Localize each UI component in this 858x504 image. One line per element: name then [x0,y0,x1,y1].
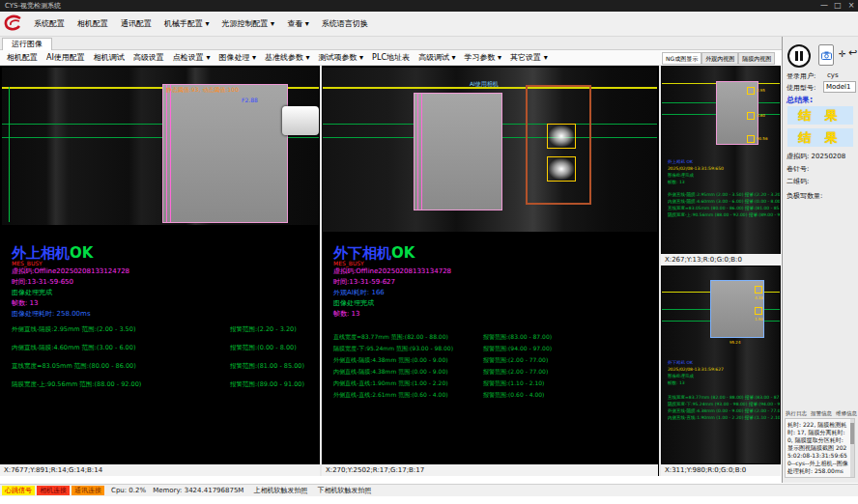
menu-robot-config[interactable]: 机械手配置 ▾ [164,18,210,29]
log-tab-run[interactable]: 执行日志 [786,410,807,417]
edge-green-line [9,87,10,222]
tool-advanced-settings[interactable]: 高级设置 [133,52,164,63]
tab-appearance-view[interactable]: 外观内视图 [701,52,738,65]
pause-button[interactable] [787,44,811,68]
virtual-code-label: 虚拟码: 20250208 [786,152,845,161]
measure-value: 外侧直线-直线:2.61mm 范围:(0.60 - 4.00) [333,391,483,400]
edge-magenta-line [417,94,418,210]
measure-row: 隔膜宽度-下:95.24mm 范围:(93.00 - 98.00)报警范围:(9… [333,345,652,356]
led-glow [549,126,574,147]
mini-result-text: 外下相机 OK 2025/02/08-13:31:59:627 图像处理完成 帧… [668,359,780,421]
left-camera-view[interactable]: 静态阈值:93, 动态阈值:100 F2.88 [2,68,319,225]
right-small-view-1[interactable]: 2.95 4.60 90.56 外上相机 OK 2025/02/08-13:31… [662,66,780,254]
close-icon[interactable]: × [844,0,858,12]
total-result-label: 总结果: [786,95,813,105]
undo-arrow-icon[interactable]: ↩ [848,48,857,58]
mini-line: 直线宽度=83.05mm (80.00 - 86.00) 报警:(81.00 -… [668,205,780,211]
measure-row: 外侧直线-隔膜:2.95mm 范围:(2.00 - 3.50)报警范围:(2.2… [12,325,321,344]
log-tab-maintenance[interactable]: 维修信息 [836,410,857,417]
mini-result-text: 外上相机 OK 2025/02/08-13:31:59:650 图像处理完成 帧… [668,158,780,218]
measure-value: 外侧直线-隔膜:2.95mm 范围:(2.00 - 3.50) [12,325,230,334]
left-frame-count: 帧数: 13 [12,298,321,309]
maximize-icon[interactable]: □ [831,0,844,12]
measure-value: 直线宽度=83.77mm 范围:(82.00 - 88.00) [333,333,483,342]
pause-icon [800,51,803,61]
tool-advanced-debug[interactable]: 高级调试 ▾ [418,52,456,63]
cell-block: 静态阈值:93, 动态阈值:100 [162,84,288,223]
marker-box [747,112,755,120]
minimize-icon[interactable]: — [817,0,831,12]
mid-measurement-table: 直线宽度=83.77mm 范围:(82.00 - 88.00)报警范围:(83.… [333,333,652,403]
tool-other-settings[interactable]: 其它设置 ▾ [510,52,548,63]
marker-value: 2.95 [757,88,765,93]
marker-value: 95.24 [729,340,740,345]
log-tab-alarm[interactable]: 报警信息 [811,410,832,417]
marker-value: 90.56 [757,136,767,141]
right1-coordinate-bar: X:267;Y:13;R:0;G:0;B:0 [661,254,781,266]
log-scrollbar[interactable] [850,419,854,477]
mini-line: 外侧直线-隔膜:4.38mm (0.00 - 9.00) 报警:(2.00 - … [668,407,780,414]
mid-result-status: OK [391,244,415,262]
tool-ai-use-config[interactable]: AI使用配置 [46,52,85,63]
mini-line: 直线宽度=83.77mm (82.00 - 88.00) 报警:(83.00 -… [668,394,780,401]
right-small-view-2[interactable]: 95.24 4.38 1.90 外下相机 OK 2025/02/08-13:31… [662,266,780,463]
log-panel: 耗时: 222, 隔膜检测耗时: 17, 隔膜分离耗时: 0, 隔膜提取分区耗时… [785,418,855,478]
tool-baseline-params[interactable]: 基准线参数 ▾ [265,52,310,63]
measure-value: 外侧直线-隔膜:4.38mm 范围:(0.00 - 9.00) [333,356,483,365]
comm-connect-badge: 通讯连接 [72,486,104,495]
upper-camera-trigger-button[interactable]: 上相机软触发拍照 [253,486,307,495]
scrollbar-thumb[interactable] [850,423,854,444]
alarm-range: 报警范围:(2.00 - 77.00) [483,368,548,375]
result-box-lower: 结 果 [787,128,853,147]
model-value-field[interactable]: Model1 [823,81,856,93]
mini-line: 帧数: 13 [668,179,780,185]
tab-run-image[interactable]: 运行图像 [2,38,52,51]
mid-frame-count: 帧数: 13 [333,309,643,320]
threshold-overlay-text: 静态阈值:93, 动态阈值:100 [166,86,239,95]
edge-magenta-line [170,85,171,222]
tool-spot-check[interactable]: 点检设置 ▾ [173,52,211,63]
gripper-clip [282,106,319,135]
mid-pixel-readout: X:270;Y:2502;R:17;G:17;B:17 [326,466,424,474]
tab-separator-view[interactable]: 隔膜内视图 [738,52,775,65]
left-process-done: 图像处理完成 [12,288,321,298]
tool-image-processing[interactable]: 图像处理 ▾ [218,52,256,63]
mid-camera-view[interactable]: AI使用相机 [323,68,657,232]
menu-camera-config[interactable]: 相机配置 [77,18,108,29]
left-coordinate-bar: X:7677;Y:891;R:14;G:14;B:14 [0,464,320,476]
edge-magenta-line [421,94,422,210]
menu-language-switch[interactable]: 系统语言切换 [322,18,368,29]
menu-comm-config[interactable]: 通讯配置 [121,18,152,29]
menu-view[interactable]: 查看 ▾ [287,18,309,29]
tool-camera-config[interactable]: 相机配置 [7,52,38,63]
lower-camera-trigger-button[interactable]: 下相机软触发拍照 [317,486,371,495]
left-measurement-table: 外侧直线-隔膜:2.95mm 范围:(2.00 - 3.50)报警范围:(2.2… [12,325,321,399]
menu-light-config[interactable]: 光源控制配置 ▾ [222,18,275,29]
cpu-usage: Cpu: 0.2% [111,487,146,494]
measure-row: 直线宽度=83.05mm 范围:(80.00 - 86.00)报警范围:(81.… [12,362,321,380]
marker-value: 4.60 [757,113,765,118]
right2-pixel-readout: X:311;Y:980;R:0;G:0;B:0 [665,466,746,474]
qrcode-label: 二维码: [786,177,809,186]
plus-icon[interactable]: ✛ [839,49,846,59]
measure-value: 隔膜宽度-上:90.56mm 范围:(88.00 - 92.00) [12,380,230,389]
mid-time: 时间:13-31-59-627 [333,277,643,288]
mini-line: 隔膜宽度-上:90.56mm (88.00 - 92.00) 报警:(89.00… [668,211,780,218]
tool-camera-debug[interactable]: 相机调试 [94,52,125,63]
tool-learning-params[interactable]: 学习参数 ▾ [465,52,502,63]
app-logo-icon [3,14,24,35]
menu-system-config[interactable]: 系统配置 [34,18,65,29]
tool-plc-address[interactable]: PLC地址表 [372,52,410,63]
mini-line: 外侧直线-隔膜:2.95mm (2.00 - 3.50) 报警:(2.20 - … [668,191,780,198]
login-user-value: cys [827,71,839,79]
status-bar: 心跳信号 相机连接 通讯连接 Cpu: 0.2% Memory: 3424.41… [0,484,858,496]
mid-coordinate-bar: X:270;Y:2502;R:17;G:17;B:17 [322,464,658,476]
tool-test-params[interactable]: 测试项参数 ▾ [319,52,364,63]
manual-capture-button[interactable] [818,44,834,66]
tab-ng-image[interactable]: NG成图显示 [662,52,701,65]
control-panel: ✛ ↩ 登录用户: cys 使用型号: Model1 总结果: 结 果 结 果 … [782,37,858,483]
app-window: CYS-视觉检测系统 — □ × 系统配置 相机配置 通讯配置 机械手配置 ▾ … [0,0,858,504]
view-divider [659,66,661,476]
left-pixel-readout: X:7677;Y:891;R:14;G:14;B:14 [4,466,102,474]
mid-process-done: 图像处理完成 [333,298,643,309]
